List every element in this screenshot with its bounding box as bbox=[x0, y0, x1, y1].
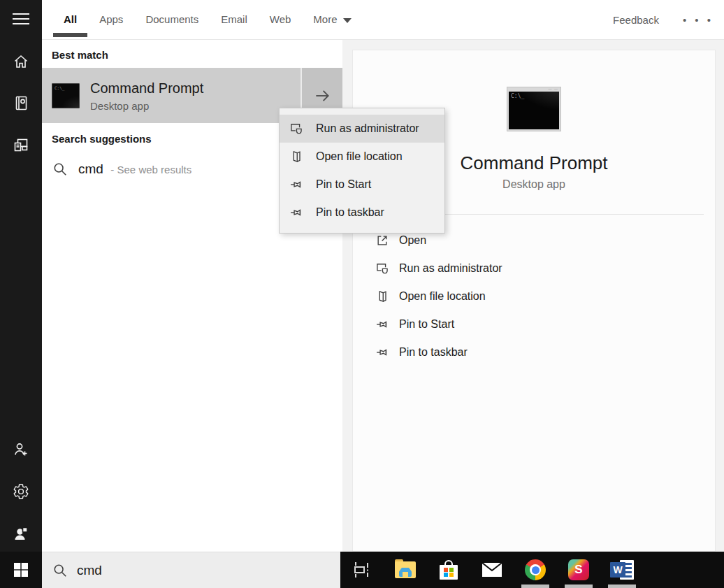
context-menu-label: Pin to taskbar bbox=[316, 206, 384, 219]
context-menu-pin-to-taskbar[interactable]: Pin to taskbar bbox=[280, 199, 444, 227]
add-account-icon[interactable] bbox=[0, 433, 42, 466]
action-label: Pin to Start bbox=[399, 318, 454, 331]
chrome-icon bbox=[525, 559, 546, 580]
command-prompt-icon: C:\_ bbox=[52, 83, 80, 108]
suggestion-query: cmd bbox=[78, 162, 103, 176]
pin-icon bbox=[375, 317, 389, 331]
search-icon bbox=[52, 563, 68, 578]
search-filter-tabbar: All Apps Documents Email Web More Feedba… bbox=[42, 0, 724, 40]
pin-icon bbox=[375, 345, 389, 359]
microsoft-store-button[interactable] bbox=[427, 552, 470, 588]
word-button[interactable]: W bbox=[600, 552, 644, 588]
action-open-file-location[interactable]: Open file location bbox=[353, 282, 715, 310]
suggestion-hint: - See web results bbox=[110, 164, 191, 175]
result-subtitle: Desktop app bbox=[90, 100, 203, 112]
task-view-button[interactable] bbox=[340, 552, 384, 588]
context-menu-label: Pin to Start bbox=[316, 178, 371, 191]
search-icon bbox=[52, 162, 68, 177]
home-icon[interactable] bbox=[0, 45, 42, 78]
tab-more[interactable]: More bbox=[302, 0, 362, 39]
action-label: Pin to taskbar bbox=[399, 346, 468, 359]
feedback-hub-icon[interactable] bbox=[0, 517, 42, 550]
mail-icon bbox=[482, 561, 502, 578]
command-prompt-large-icon: C:\_ bbox=[507, 87, 561, 131]
tab-web[interactable]: Web bbox=[259, 0, 303, 39]
tab-all[interactable]: All bbox=[52, 0, 88, 39]
context-menu-label: Open file location bbox=[316, 150, 403, 163]
open-file-location-icon bbox=[375, 289, 389, 303]
tab-documents[interactable]: Documents bbox=[134, 0, 210, 39]
best-match-header: Best match bbox=[52, 49, 342, 62]
action-label: Open file location bbox=[399, 290, 486, 303]
action-pin-to-start[interactable]: Pin to Start bbox=[353, 310, 715, 338]
result-title: Command Prompt bbox=[90, 80, 203, 96]
action-pin-to-taskbar[interactable]: Pin to taskbar bbox=[353, 338, 715, 366]
search-input[interactable] bbox=[77, 563, 314, 578]
windows-search-flyout: All Apps Documents Email Web More Feedba… bbox=[0, 0, 724, 588]
context-menu-run-as-administrator[interactable]: Run as administrator bbox=[280, 115, 444, 143]
arrow-right-icon bbox=[313, 87, 331, 105]
context-menu-open-file-location[interactable]: Open file location bbox=[280, 143, 444, 171]
mail-button[interactable] bbox=[470, 552, 514, 588]
task-view-icon bbox=[352, 561, 372, 579]
settings-gear-icon[interactable] bbox=[0, 475, 42, 508]
slack-icon: S bbox=[568, 559, 589, 580]
file-explorer-button[interactable] bbox=[384, 552, 427, 588]
open-icon bbox=[375, 234, 389, 248]
tab-more-label: More bbox=[313, 13, 337, 25]
store-icon bbox=[440, 560, 458, 580]
taskbar-search-box[interactable] bbox=[42, 552, 340, 588]
chevron-down-icon bbox=[343, 18, 352, 23]
context-menu-label: Run as administrator bbox=[316, 122, 419, 135]
file-explorer-icon bbox=[395, 561, 416, 578]
word-icon: W bbox=[610, 559, 634, 580]
hamburger-menu-icon[interactable] bbox=[0, 3, 42, 36]
tab-email[interactable]: Email bbox=[210, 0, 259, 39]
pin-icon bbox=[289, 178, 303, 192]
feedback-link[interactable]: Feedback bbox=[613, 14, 659, 26]
devices-icon[interactable] bbox=[0, 128, 42, 162]
preview-actions-list: Open Run as administrator Open file loca… bbox=[353, 227, 715, 366]
start-sidebar bbox=[0, 0, 42, 588]
taskbar: S W bbox=[340, 552, 724, 588]
overflow-menu-icon[interactable]: • • • bbox=[683, 14, 714, 26]
tab-apps[interactable]: Apps bbox=[88, 0, 134, 39]
action-label: Run as administrator bbox=[399, 262, 502, 275]
slack-button[interactable]: S bbox=[557, 552, 600, 588]
journal-icon[interactable] bbox=[0, 86, 42, 120]
run-as-administrator-icon bbox=[289, 122, 303, 136]
action-label: Open bbox=[399, 234, 426, 247]
action-run-as-administrator[interactable]: Run as administrator bbox=[353, 254, 715, 282]
context-menu-pin-to-start[interactable]: Pin to Start bbox=[280, 171, 444, 199]
open-file-location-icon bbox=[289, 150, 303, 164]
start-button[interactable] bbox=[0, 552, 42, 588]
context-menu: Run as administrator Open file location … bbox=[279, 108, 445, 234]
pin-icon bbox=[289, 206, 303, 220]
run-as-administrator-icon bbox=[375, 261, 389, 275]
chrome-button[interactable] bbox=[514, 552, 557, 588]
